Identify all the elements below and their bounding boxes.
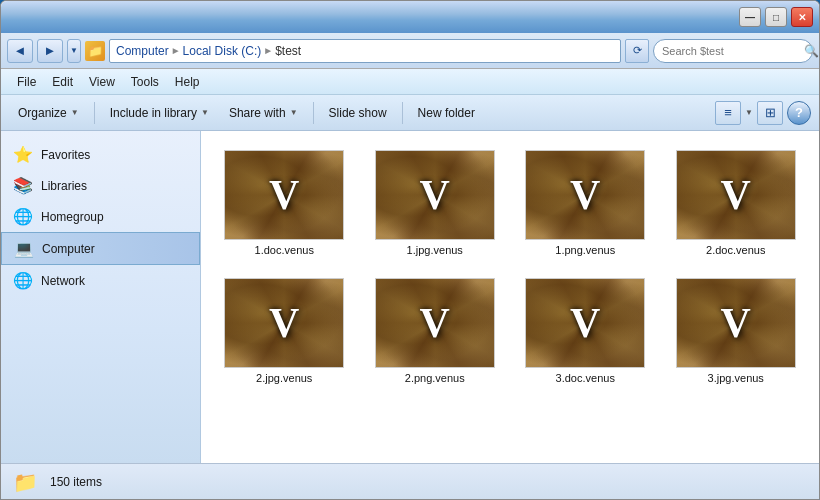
share-label: Share with xyxy=(229,106,286,120)
new-folder-button[interactable]: New folder xyxy=(409,99,484,127)
sidebar: ⭐ Favorites 📚 Libraries 🌐 Homegroup 💻 Co… xyxy=(1,131,201,463)
menu-bar: File Edit View Tools Help xyxy=(1,69,819,95)
toolbar-sep-3 xyxy=(402,102,403,124)
status-count: 150 items xyxy=(50,475,102,489)
menu-view[interactable]: View xyxy=(81,72,123,92)
sidebar-libraries-label: Libraries xyxy=(41,179,188,193)
explorer-window: — □ ✕ ◄ ► ▼ 📁 Computer ► Local Disk (C:)… xyxy=(0,0,820,500)
computer-icon: 💻 xyxy=(14,239,34,258)
help-button[interactable]: ? xyxy=(787,101,811,125)
address-bar: ◄ ► ▼ 📁 Computer ► Local Disk (C:) ► $te… xyxy=(1,33,819,69)
list-item[interactable]: V 1.doc.venus xyxy=(213,143,356,263)
title-bar: — □ ✕ xyxy=(1,1,819,33)
status-bar: 📁 150 items xyxy=(1,463,819,499)
network-icon: 🌐 xyxy=(13,271,33,290)
organize-arrow: ▼ xyxy=(71,108,79,117)
menu-help[interactable]: Help xyxy=(167,72,208,92)
include-library-button[interactable]: Include in library ▼ xyxy=(101,99,218,127)
library-arrow: ▼ xyxy=(201,108,209,117)
libraries-icon: 📚 xyxy=(13,176,33,195)
search-box[interactable]: 🔍 xyxy=(653,39,813,63)
view-grid-button[interactable]: ⊞ xyxy=(757,101,783,125)
sidebar-item-network[interactable]: 🌐 Network xyxy=(1,265,200,296)
menu-tools[interactable]: Tools xyxy=(123,72,167,92)
share-with-button[interactable]: Share with ▼ xyxy=(220,99,307,127)
toolbar-sep-1 xyxy=(94,102,95,124)
close-button[interactable]: ✕ xyxy=(791,7,813,27)
sidebar-favorites-label: Favorites xyxy=(41,148,188,162)
file-area[interactable]: V 1.doc.venus V 1.jpg.venus xyxy=(201,131,819,463)
view-toggle-button[interactable]: ≡ xyxy=(715,101,741,125)
menu-edit[interactable]: Edit xyxy=(44,72,81,92)
menu-file[interactable]: File xyxy=(9,72,44,92)
sidebar-computer-label: Computer xyxy=(42,242,187,256)
breadcrumb-computer[interactable]: Computer xyxy=(116,44,169,58)
file-name: 1.doc.venus xyxy=(255,244,314,256)
sidebar-network-label: Network xyxy=(41,274,188,288)
file-name: 3.jpg.venus xyxy=(708,372,764,384)
status-folder-icon: 📁 xyxy=(13,470,38,494)
main-content: ⭐ Favorites 📚 Libraries 🌐 Homegroup 💻 Co… xyxy=(1,131,819,463)
file-name: 2.jpg.venus xyxy=(256,372,312,384)
sidebar-item-computer[interactable]: 💻 Computer xyxy=(1,232,200,265)
file-thumbnail: V xyxy=(525,278,645,368)
nav-dropdown-button[interactable]: ▼ xyxy=(67,39,81,63)
star-icon: ⭐ xyxy=(13,145,33,164)
toolbar-sep-2 xyxy=(313,102,314,124)
organize-label: Organize xyxy=(18,106,67,120)
back-button[interactable]: ◄ xyxy=(7,39,33,63)
breadcrumb-current: $test xyxy=(275,44,301,58)
minimize-button[interactable]: — xyxy=(739,7,761,27)
refresh-button[interactable]: ⟳ xyxy=(625,39,649,63)
list-item[interactable]: V 1.jpg.venus xyxy=(364,143,507,263)
folder-icon: 📁 xyxy=(85,41,105,61)
file-name: 1.png.venus xyxy=(555,244,615,256)
breadcrumb-localdisk[interactable]: Local Disk (C:) xyxy=(183,44,262,58)
sidebar-item-favorites[interactable]: ⭐ Favorites xyxy=(1,139,200,170)
library-label: Include in library xyxy=(110,106,197,120)
list-item[interactable]: V 2.doc.venus xyxy=(665,143,808,263)
organize-button[interactable]: Organize ▼ xyxy=(9,99,88,127)
list-item[interactable]: V 2.jpg.venus xyxy=(213,271,356,391)
list-item[interactable]: V 2.png.venus xyxy=(364,271,507,391)
toolbar: Organize ▼ Include in library ▼ Share wi… xyxy=(1,95,819,131)
file-thumbnail: V xyxy=(676,278,796,368)
search-input[interactable] xyxy=(662,45,800,57)
slideshow-button[interactable]: Slide show xyxy=(320,99,396,127)
file-thumbnail: V xyxy=(676,150,796,240)
toolbar-right: ≡ ▼ ⊞ ? xyxy=(715,101,811,125)
list-item[interactable]: V 3.doc.venus xyxy=(514,271,657,391)
file-thumbnail: V xyxy=(525,150,645,240)
sidebar-homegroup-label: Homegroup xyxy=(41,210,188,224)
file-name: 2.png.venus xyxy=(405,372,465,384)
sidebar-item-libraries[interactable]: 📚 Libraries xyxy=(1,170,200,201)
slideshow-label: Slide show xyxy=(329,106,387,120)
sidebar-item-homegroup[interactable]: 🌐 Homegroup xyxy=(1,201,200,232)
list-item[interactable]: V 1.png.venus xyxy=(514,143,657,263)
breadcrumb-bar[interactable]: Computer ► Local Disk (C:) ► $test xyxy=(109,39,621,63)
newfolder-label: New folder xyxy=(418,106,475,120)
file-thumbnail: V xyxy=(375,278,495,368)
file-name: 1.jpg.venus xyxy=(407,244,463,256)
search-icon[interactable]: 🔍 xyxy=(804,44,819,58)
file-name: 2.doc.venus xyxy=(706,244,765,256)
file-thumbnail: V xyxy=(224,150,344,240)
forward-button[interactable]: ► xyxy=(37,39,63,63)
file-name: 3.doc.venus xyxy=(556,372,615,384)
file-thumbnail: V xyxy=(375,150,495,240)
homegroup-icon: 🌐 xyxy=(13,207,33,226)
file-thumbnail: V xyxy=(224,278,344,368)
list-item[interactable]: V 3.jpg.venus xyxy=(665,271,808,391)
file-grid: V 1.doc.venus V 1.jpg.venus xyxy=(209,139,811,395)
view-dropdown-arrow[interactable]: ▼ xyxy=(745,108,753,117)
maximize-button[interactable]: □ xyxy=(765,7,787,27)
share-arrow: ▼ xyxy=(290,108,298,117)
